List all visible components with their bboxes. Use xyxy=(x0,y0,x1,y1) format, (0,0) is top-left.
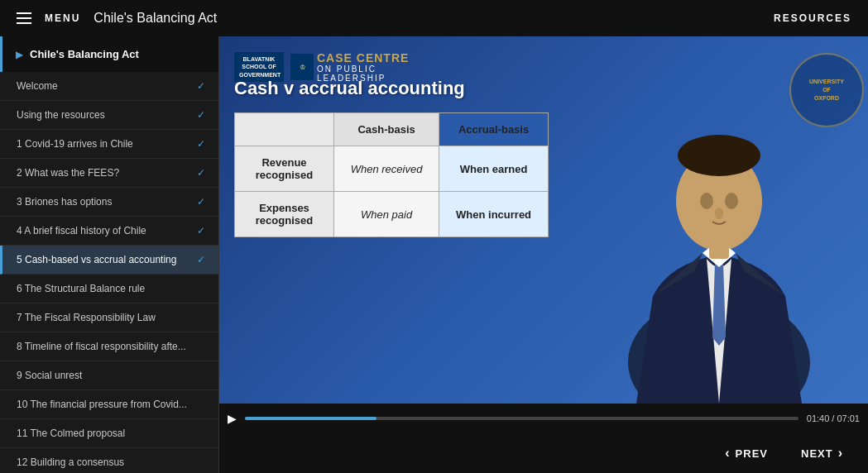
table-header-empty xyxy=(235,113,334,146)
sidebar-item-label: 8 Timeline of fiscal responsibility afte… xyxy=(17,341,186,352)
check-icon: ✓ xyxy=(197,254,205,265)
svg-point-6 xyxy=(715,208,723,219)
presenter-area: UNIVERSITYOFOXFORD xyxy=(544,36,868,404)
sidebar-item-label: 7 The Fiscal Responsibility Law xyxy=(17,312,156,323)
slide-title: Cash v accrual accounting xyxy=(234,78,582,99)
prev-button[interactable]: ‹ PREV xyxy=(717,441,776,466)
sidebar-item-item1[interactable]: 1 Covid-19 arrives in Chile✓ xyxy=(0,130,218,159)
prev-arrow-icon: ‹ xyxy=(725,446,730,461)
next-label: NEXT xyxy=(801,447,833,460)
sidebar-item-label: 12 Building a consensus xyxy=(17,456,124,468)
university-crest: UNIVERSITYOFOXFORD xyxy=(789,53,864,127)
check-icon: ✓ xyxy=(197,225,205,236)
svg-point-4 xyxy=(725,193,738,209)
video-controls: ▶ 01:40 / 07:01 xyxy=(219,404,868,433)
sidebar-item-item11[interactable]: 11 The Colmed proposal xyxy=(0,419,218,448)
next-button[interactable]: NEXT › xyxy=(793,441,851,466)
sidebar-arrow-icon: ▶ xyxy=(16,49,23,60)
check-icon: ✓ xyxy=(197,167,205,179)
revenue-cash-cell: When received xyxy=(334,146,439,192)
sidebar-item-using-resources[interactable]: Using the resources✓ xyxy=(0,101,218,130)
sidebar-item-welcome[interactable]: Welcome✓ xyxy=(0,72,218,101)
check-icon: ✓ xyxy=(197,138,205,150)
oxford-shield: ♔ xyxy=(290,54,314,80)
progress-bar-fill xyxy=(245,417,376,420)
main-layout: ▶ Chile's Balancing Act Welcome✓Using th… xyxy=(0,36,868,473)
sidebar-item-item6[interactable]: 6 The Structural Balance rule xyxy=(0,275,218,303)
check-icon: ✓ xyxy=(197,80,205,92)
sidebar-item-label: 11 The Colmed proposal xyxy=(17,428,125,439)
accounting-table: Cash-basis Accrual-basis Revenuerecognis… xyxy=(234,112,549,237)
video-area: BLAVATNIK SCHOOL OF GOVERNMENT ♔ CASE CE… xyxy=(219,36,868,473)
time-display: 01:40 / 07:01 xyxy=(807,413,860,423)
hamburger-menu[interactable] xyxy=(17,12,31,24)
expenses-accrual-cell: When incurred xyxy=(439,192,549,237)
sidebar-item-item4[interactable]: 4 A brief fiscal history of Chile✓ xyxy=(0,217,218,246)
top-bar-left: MENU Chile's Balancing Act xyxy=(17,11,217,26)
sidebar-item-item8[interactable]: 8 Timeline of fiscal responsibility afte… xyxy=(0,332,218,361)
sidebar-item-label: 10 The financial pressure from Covid... xyxy=(17,399,187,410)
expenses-label: Expensesrecognised xyxy=(235,192,334,237)
sidebar-item-label: 6 The Structural Balance rule xyxy=(17,283,145,294)
sidebar-item-label: 1 Covid-19 arrives in Chile xyxy=(17,138,133,150)
play-button[interactable]: ▶ xyxy=(228,412,237,425)
sidebar-item-label: 3 Briones has options xyxy=(17,196,112,208)
crest-text: UNIVERSITYOFOXFORD xyxy=(809,78,844,102)
sidebar-item-label: Welcome xyxy=(17,80,58,92)
progress-bar[interactable] xyxy=(245,417,798,420)
sidebar-item-label: 9 Social unrest xyxy=(17,370,82,381)
sidebar-item-label: Using the resources xyxy=(17,109,105,121)
table-row-revenue: Revenuerecognised When received When ear… xyxy=(235,146,549,192)
sidebar-item-label: 2 What was the FEES? xyxy=(17,167,119,179)
sidebar-item-label: 5 Cash-based vs accrual accounting xyxy=(17,254,176,265)
page-title-top: Chile's Balancing Act xyxy=(94,11,217,26)
prev-label: PREV xyxy=(736,447,768,460)
check-icon: ✓ xyxy=(197,196,205,208)
revenue-accrual-cell: When earned xyxy=(439,146,549,192)
svg-point-2 xyxy=(678,135,760,176)
svg-point-3 xyxy=(700,193,713,209)
sidebar-title-item[interactable]: ▶ Chile's Balancing Act xyxy=(0,36,218,72)
sidebar-item-label: 4 A brief fiscal history of Chile xyxy=(17,225,146,236)
sidebar-items-list: Welcome✓Using the resources✓1 Covid-19 a… xyxy=(0,72,218,473)
sidebar-item-item7[interactable]: 7 The Fiscal Responsibility Law xyxy=(0,303,218,332)
slide-content: Cash v accrual accounting Cash-basis Acc… xyxy=(234,78,582,237)
sidebar-item-item2[interactable]: 2 What was the FEES?✓ xyxy=(0,159,218,188)
sidebar-item-item10[interactable]: 10 The financial pressure from Covid... xyxy=(0,390,218,419)
expenses-cash-cell: When paid xyxy=(334,192,439,237)
menu-label: MENU xyxy=(45,12,80,24)
revenue-label: Revenuerecognised xyxy=(235,146,334,192)
next-arrow-icon: › xyxy=(838,446,843,461)
sidebar-item-item3[interactable]: 3 Briones has options✓ xyxy=(0,188,218,217)
check-icon: ✓ xyxy=(197,109,205,121)
top-bar: MENU Chile's Balancing Act RESOURCES xyxy=(0,0,868,36)
sidebar-item-item12[interactable]: 12 Building a consensus xyxy=(0,448,218,473)
table-header-accrual: Accrual-basis xyxy=(439,113,549,146)
video-container: BLAVATNIK SCHOOL OF GOVERNMENT ♔ CASE CE… xyxy=(219,36,868,404)
bottom-nav: ‹ PREV NEXT › xyxy=(219,433,868,473)
resources-button[interactable]: RESOURCES xyxy=(774,12,851,24)
sidebar-title: Chile's Balancing Act xyxy=(30,48,139,60)
sidebar-item-item9[interactable]: 9 Social unrest xyxy=(0,361,218,390)
table-row-expenses: Expensesrecognised When paid When incurr… xyxy=(235,192,549,237)
svg-rect-5 xyxy=(709,242,729,259)
table-header-cash: Cash-basis xyxy=(334,113,439,146)
sidebar: ▶ Chile's Balancing Act Welcome✓Using th… xyxy=(0,36,219,473)
sidebar-item-item5[interactable]: 5 Cash-based vs accrual accounting✓ xyxy=(0,246,218,275)
